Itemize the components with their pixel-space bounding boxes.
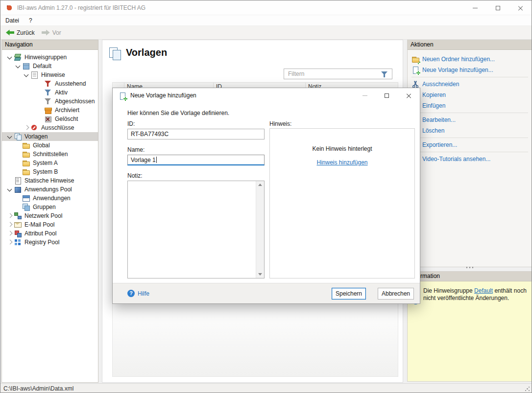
tree-item-hinweisgruppen[interactable]: Hinweisgruppen	[2, 53, 98, 62]
actions-panel: Aktionen Neuen Ordner hinzufügen... Neue…	[407, 40, 532, 267]
close-icon	[518, 5, 523, 11]
action-export[interactable]: Exportieren...	[408, 139, 532, 150]
chevron-right-icon[interactable]	[6, 212, 14, 220]
default-group-link[interactable]: Default	[474, 287, 493, 294]
help-link[interactable]: Hilfe	[127, 290, 149, 297]
name-field[interactable]: Vorlage 1	[127, 155, 265, 165]
help-label: Hilfe	[138, 290, 149, 297]
attribute-icon	[14, 230, 22, 237]
chevron-spacer	[36, 97, 44, 105]
tree-item-archiviert[interactable]: Archiviert	[2, 106, 98, 115]
tree-item-label: Attribut Pool	[24, 230, 56, 237]
chevron-right-icon[interactable]	[6, 230, 14, 237]
action-copy[interactable]: Kopieren	[408, 90, 532, 100]
dialog-maximize-button[interactable]	[376, 88, 398, 103]
chevron-right-icon[interactable]	[6, 221, 14, 229]
plus-badge-icon	[416, 60, 420, 64]
chevron-down-icon[interactable]	[6, 133, 14, 140]
tree-item-gruppen[interactable]: Gruppen	[2, 203, 98, 211]
id-field[interactable]: RT-BA77493C	[127, 129, 265, 139]
tree-item-abgeschlossen[interactable]: Abgeschlossen	[2, 97, 98, 106]
tree-item-label: Aktiv	[54, 89, 68, 96]
text-caret	[156, 157, 157, 163]
maximize-button[interactable]	[486, 0, 509, 15]
tree-item-global[interactable]: Global	[2, 141, 98, 150]
filter-input[interactable]	[284, 69, 392, 79]
tree-item-system-b[interactable]: System B	[2, 167, 98, 176]
action-label: Bearbeiten...	[422, 116, 456, 123]
tree-item-system-a[interactable]: System A	[2, 159, 98, 167]
tree-item-anwendungs-pool[interactable]: Anwendungs Pool	[2, 185, 98, 194]
action-cut[interactable]: Ausschneiden	[408, 79, 532, 90]
maximize-icon	[496, 6, 500, 10]
dialog-title-bar: Neue Vorlage hinzufügen	[113, 88, 420, 103]
tree-item-anwendungen[interactable]: Anwendungen	[2, 194, 98, 203]
menu-datei[interactable]: Datei	[2, 15, 22, 26]
tree-item-netzwerk-pool[interactable]: Netzwerk Pool	[2, 211, 98, 220]
tree-item-attribut-pool[interactable]: Attribut Pool	[2, 229, 98, 238]
filter-funnel-icon[interactable]	[381, 70, 388, 78]
tree-item-schnittstellen[interactable]: Schnittstellen	[2, 150, 98, 159]
registry-icon	[14, 238, 22, 246]
chevron-down-icon[interactable]	[14, 62, 22, 70]
tree-item-email-pool[interactable]: E-Mail Pool	[2, 220, 98, 229]
tree-item-label: Hinweise	[40, 71, 65, 78]
action-paste[interactable]: Einfügen	[408, 100, 532, 111]
tree-item-registry-pool[interactable]: Registry Pool	[2, 238, 98, 247]
forward-label: Vor	[52, 29, 61, 36]
action-new-template[interactable]: Neue Vorlage hinzufügen...	[408, 65, 532, 75]
tree-item-default[interactable]: Default	[2, 62, 98, 70]
scroll-up-button[interactable]	[256, 181, 264, 189]
action-new-folder[interactable]: Neuen Ordner hinzufügen...	[408, 54, 532, 65]
chevron-down-icon[interactable]	[6, 53, 14, 61]
plus-badge-icon	[123, 97, 127, 101]
back-button[interactable]: Zurück	[2, 27, 38, 38]
window-title: IBI-aws Admin 1.27.0 - registriert für I…	[17, 0, 145, 15]
chevron-down-icon[interactable]	[6, 185, 14, 193]
cancel-button[interactable]: Abbrechen	[378, 288, 414, 300]
resize-grip[interactable]	[525, 386, 530, 392]
close-button[interactable]	[509, 0, 532, 15]
scroll-down-button[interactable]	[256, 270, 264, 278]
tree-item-vorlagen[interactable]: Vorlagen	[2, 132, 98, 141]
tree-item-ausschluesse[interactable]: Ausschlüsse	[2, 123, 98, 132]
dialog-close-button[interactable]	[398, 88, 420, 103]
static-notes-icon	[14, 177, 22, 185]
chevron-down-icon[interactable]	[23, 71, 30, 79]
back-arrow-icon	[6, 30, 14, 36]
group-icon	[22, 62, 30, 70]
panel-splitter[interactable]	[407, 265, 532, 269]
note-textarea[interactable]	[127, 181, 265, 278]
add-hint-link[interactable]: Hinweis hinzufügen	[316, 159, 367, 166]
save-button[interactable]: Speichern	[332, 288, 366, 300]
tree-item-label: Statische Hinweise	[24, 177, 74, 184]
action-delete[interactable]: Löschen	[408, 125, 532, 136]
tree-item-aktiv[interactable]: Aktiv	[2, 88, 98, 97]
dialog-window-controls	[354, 88, 420, 103]
templates-page-icon	[108, 46, 122, 60]
menu-help[interactable]: ?	[26, 15, 35, 26]
grip-dots-icon	[466, 267, 474, 268]
action-label: Einfügen	[422, 102, 445, 109]
tree-item-label: E-Mail Pool	[24, 221, 54, 228]
action-label: Exportieren...	[422, 141, 457, 148]
chevron-right-icon[interactable]	[6, 238, 14, 246]
tree-item-hinweise[interactable]: Hinweise	[2, 70, 98, 79]
app-window: IBI-aws Admin 1.27.0 - registriert für I…	[0, 0, 532, 393]
scissors-icon	[411, 80, 419, 88]
tree-item-geloescht[interactable]: Gelöscht	[2, 115, 98, 123]
maximize-icon	[385, 93, 389, 98]
forward-arrow-icon	[42, 30, 50, 36]
tree-item-ausstehend[interactable]: Ausstehend	[2, 79, 98, 88]
tree-item-label: Default	[32, 63, 51, 69]
action-edit[interactable]: Bearbeiten...	[408, 115, 532, 125]
new-template-dialog: Neue Vorlage hinzufügen Hier können Sie …	[112, 88, 420, 304]
action-video-tutorials[interactable]: Video-Tutorials ansehen...	[408, 154, 532, 164]
forward-button[interactable]: Vor	[38, 27, 65, 38]
minimize-button[interactable]	[464, 0, 486, 15]
chevron-spacer	[14, 150, 22, 158]
tree-item-label: Hinweisgruppen	[24, 54, 67, 61]
dialog-minimize-button[interactable]	[354, 88, 376, 103]
tree-item-statische-hinweise[interactable]: Statische Hinweise	[2, 176, 98, 185]
chevron-right-icon[interactable]	[23, 124, 30, 132]
